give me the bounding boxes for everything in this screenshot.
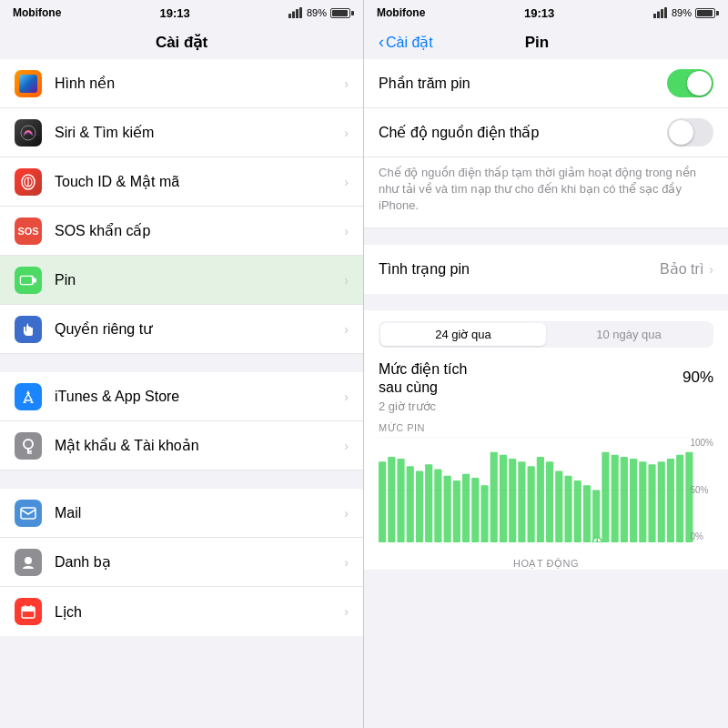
svg-rect-21 — [22, 607, 35, 612]
mail-chevron: › — [344, 506, 349, 521]
chart-level-label: MỨC PIN — [379, 422, 713, 434]
health-section: Tình trạng pin Bảo trì › — [364, 245, 728, 294]
separator-1 — [0, 354, 363, 372]
left-settings-list: Hình nền › Siri & Tìm kiếm › — [0, 59, 363, 728]
sidebar-item-battery[interactable]: Pin › — [0, 256, 363, 305]
svg-rect-1 — [292, 12, 295, 19]
siri-label: Siri & Tìm kiếm — [55, 124, 344, 141]
chart-info: Mức điện tíchsau cùng 90% 2 giờ trước — [379, 360, 713, 414]
sos-label: SOS khẩn cấp — [55, 222, 344, 239]
battery-label: Pin — [55, 272, 344, 288]
svg-rect-58 — [621, 457, 628, 542]
mail-logo — [20, 507, 36, 520]
y-label-0: 0% — [690, 531, 713, 541]
svg-rect-41 — [462, 474, 470, 542]
password-label: Mật khẩu & Tài khoản — [55, 437, 344, 454]
pct-toggle[interactable] — [667, 69, 713, 97]
sidebar-item-wallpaper[interactable]: Hình nền › — [0, 59, 363, 108]
wallpaper-icon — [15, 70, 42, 97]
chart-tab-24h[interactable]: 24 giờ qua — [380, 323, 546, 346]
left-time: 19:13 — [160, 6, 190, 20]
sidebar-item-appstore[interactable]: iTunes & App Store › — [0, 372, 363, 421]
lowpower-label: Chế độ nguồn điện thấp — [379, 124, 667, 141]
settings-group-bottom: Mail › Danh bạ › — [0, 489, 363, 636]
wallpaper-chevron: › — [344, 76, 349, 91]
chart-tab-10d[interactable]: 10 ngày qua — [546, 323, 712, 346]
svg-rect-27 — [661, 9, 663, 18]
svg-rect-50 — [546, 461, 553, 542]
sos-chevron: › — [344, 224, 349, 238]
left-status-bar: Mobifone 19:13 89% — [0, 0, 363, 25]
health-row[interactable]: Tình trạng pin Bảo trì › — [364, 245, 728, 294]
sidebar-item-contacts[interactable]: Danh bạ › — [0, 538, 363, 587]
back-button[interactable]: ‹ Cài đặt — [379, 33, 433, 52]
svg-point-14 — [24, 440, 33, 449]
hand-icon — [20, 321, 36, 338]
mail-label: Mail — [55, 505, 344, 521]
password-chevron: › — [344, 439, 349, 453]
svg-rect-48 — [528, 467, 535, 543]
svg-rect-36 — [416, 471, 423, 542]
svg-rect-17 — [29, 452, 32, 454]
svg-rect-42 — [471, 478, 479, 542]
lowpower-toggle-thumb — [669, 120, 693, 145]
svg-rect-26 — [657, 12, 660, 19]
svg-rect-0 — [288, 14, 291, 18]
chart-container: 100% 50% 0% — [379, 438, 713, 556]
sidebar-item-siri[interactable]: Siri & Tìm kiếm › — [0, 108, 363, 157]
svg-rect-54 — [583, 485, 591, 542]
svg-line-13 — [28, 394, 32, 400]
back-chevron-icon: ‹ — [379, 33, 384, 52]
battery-settings-icon — [19, 274, 37, 287]
battery-icon-left — [15, 267, 42, 294]
svg-rect-28 — [664, 7, 667, 18]
svg-rect-40 — [453, 480, 460, 542]
back-label: Cài đặt — [386, 34, 433, 51]
svg-rect-2 — [296, 9, 298, 18]
separator-2 — [0, 470, 363, 489]
svg-text:5: 5 — [26, 612, 30, 618]
svg-rect-49 — [537, 457, 544, 542]
sidebar-item-touchid[interactable]: Touch ID & Mật mã › — [0, 157, 363, 207]
appstore-icon — [15, 383, 42, 410]
sidebar-item-calendar[interactable]: 5 Lịch › — [0, 587, 363, 636]
chart-tabs: 24 giờ qua 10 ngày qua — [379, 321, 713, 348]
pct-row: Phần trăm pin — [364, 59, 728, 108]
svg-rect-44 — [490, 452, 498, 542]
svg-rect-16 — [29, 450, 32, 452]
right-time: 19:13 — [524, 6, 554, 20]
contacts-icon — [15, 549, 42, 576]
sidebar-item-mail[interactable]: Mail › — [0, 489, 363, 538]
lowpower-toggle[interactable] — [667, 118, 713, 147]
chart-activity-label: HOẠT ĐỘNG — [379, 558, 713, 570]
svg-rect-62 — [658, 461, 665, 542]
battery-chart-svg — [379, 438, 713, 542]
right-battery-icon — [695, 8, 715, 18]
svg-rect-10 — [21, 277, 32, 284]
svg-rect-34 — [397, 459, 404, 542]
right-signal-area: 89% — [653, 7, 715, 18]
sidebar-item-privacy[interactable]: Quyền riêng tư › — [0, 305, 363, 354]
svg-rect-39 — [444, 476, 451, 542]
sos-icon: SOS — [15, 217, 42, 245]
sidebar-item-sos[interactable]: SOS SOS khẩn cấp › — [0, 207, 363, 256]
touchid-chevron: › — [344, 175, 349, 189]
siri-chevron: › — [344, 126, 349, 140]
svg-rect-52 — [564, 476, 571, 542]
svg-rect-46 — [509, 459, 516, 542]
right-panel: Mobifone 19:13 89% ‹ Cài đặt Pin Phần tr… — [364, 0, 728, 728]
appstore-chevron: › — [344, 389, 349, 404]
svg-rect-43 — [480, 485, 488, 542]
calendar-icon: 5 — [15, 598, 42, 625]
chart-info-pct: 90% — [682, 369, 713, 387]
sidebar-item-password[interactable]: Mật khẩu & Tài khoản › — [0, 421, 363, 470]
y-label-50: 50% — [690, 485, 713, 495]
svg-rect-61 — [648, 464, 655, 542]
svg-rect-38 — [434, 470, 441, 543]
siri-icon — [15, 119, 42, 147]
calendar-label: Lịch — [55, 603, 344, 621]
battery-chevron: › — [344, 273, 349, 288]
right-status-bar: Mobifone 19:13 89% — [364, 0, 728, 25]
left-signal: 89% — [288, 7, 350, 18]
chart-info-time: 2 giờ trước — [379, 399, 713, 413]
